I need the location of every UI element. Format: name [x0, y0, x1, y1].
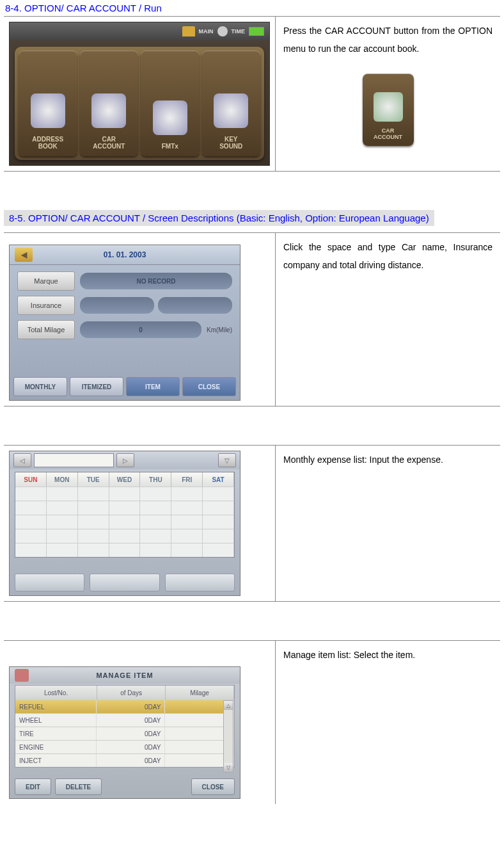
- screenshot-car-account-main: ◀ 01. 01. 2003 Marque NO RECORD Insuranc…: [4, 233, 276, 406]
- row-monthly: ◁ ▷ ▽ SUN MON TUE WED THU FRI SAT: [4, 445, 500, 602]
- col-mileage: Milage: [166, 686, 234, 700]
- screenshot-monthly: ◁ ▷ ▽ SUN MON TUE WED THU FRI SAT: [4, 446, 276, 601]
- close-button[interactable]: CLOSE: [182, 377, 236, 396]
- mileage-label: Total Milage: [17, 320, 75, 339]
- marque-label: Marque: [17, 271, 75, 291]
- scroll-down-icon[interactable]: ▽: [224, 763, 233, 772]
- manage-item-description: Manage item list: Select the item.: [276, 641, 500, 804]
- monthly-button[interactable]: MONTHLY: [13, 377, 67, 396]
- edit-button[interactable]: EDIT: [15, 778, 51, 795]
- option-menu-image: MAIN TIME ADDRESS BOOK CAR ACCOUNT FMTx …: [9, 22, 270, 166]
- run-description: Press the CAR ACCOUNT button from the OP…: [276, 17, 500, 171]
- mileage-input[interactable]: 0: [80, 321, 201, 338]
- monthly-description: Monthly expense list: Input the expense.: [276, 446, 500, 601]
- bottom-button-1[interactable]: [15, 574, 84, 591]
- key-sound-icon: [214, 93, 248, 128]
- section-title-84: 8-4. OPTION/ CAR ACCOUNT / Run: [0, 0, 504, 16]
- calendar-body[interactable]: [15, 487, 234, 557]
- titlebar: ◀ 01. 01. 2003: [10, 245, 240, 265]
- next-month-button[interactable]: ▷: [116, 453, 134, 467]
- day-thu: THU: [140, 472, 171, 487]
- day-wed: WED: [109, 472, 141, 487]
- battery-icon: [249, 27, 264, 36]
- option-buttons: ADDRESS BOOK CAR ACCOUNT FMTx KEY SOUND: [15, 47, 264, 160]
- clock-icon: [217, 26, 228, 36]
- day-mon: MON: [47, 472, 78, 487]
- insurance-input[interactable]: [80, 297, 232, 314]
- day-sun: SUN: [15, 472, 47, 487]
- row-manage-item: MANAGE ITEM Lost/No. of Days Milage REFU…: [4, 640, 500, 804]
- car-account-main-image: ◀ 01. 01. 2003 Marque NO RECORD Insuranc…: [9, 245, 240, 401]
- bottom-button-2[interactable]: [90, 574, 159, 591]
- mileage-unit: Km(Mile): [207, 326, 232, 334]
- insurance-label: Insurance: [17, 296, 75, 315]
- item-button[interactable]: ITEM: [126, 377, 180, 396]
- day-tue: TUE: [78, 472, 109, 487]
- main-description: Click the space and type Car name, Insur…: [276, 233, 500, 406]
- car-account-icon: [91, 93, 126, 128]
- car-account-icon: [374, 92, 403, 122]
- table-row[interactable]: WHEEL0DAY0: [15, 713, 234, 727]
- day-fri: FRI: [171, 472, 203, 487]
- close-button[interactable]: CLOSE: [191, 778, 235, 795]
- car-account-button[interactable]: CAR ACCOUNT: [80, 51, 139, 156]
- marque-input[interactable]: NO RECORD: [80, 273, 232, 289]
- fmtx-icon: [153, 101, 187, 135]
- calendar: SUN MON TUE WED THU FRI SAT: [15, 472, 235, 558]
- main-label: MAIN: [199, 28, 214, 35]
- manage-item-image: MANAGE ITEM Lost/No. of Days Milage REFU…: [9, 666, 240, 799]
- prev-month-button[interactable]: ◁: [13, 453, 31, 467]
- row-main-screen: ◀ 01. 01. 2003 Marque NO RECORD Insuranc…: [4, 232, 500, 406]
- fmtx-button[interactable]: FMTx: [141, 51, 200, 156]
- screenshot-manage-item: MANAGE ITEM Lost/No. of Days Milage REFU…: [4, 641, 276, 804]
- back-icon[interactable]: ◀: [15, 248, 33, 262]
- screenshot-option-menu: MAIN TIME ADDRESS BOOK CAR ACCOUNT FMTx …: [4, 17, 276, 171]
- home-icon: [182, 26, 195, 36]
- table-row[interactable]: INJECT0DAY0: [15, 753, 234, 767]
- item-table: Lost/No. of Days Milage REFUEL0DAY0 WHEE…: [15, 685, 235, 768]
- manage-item-icon: [15, 669, 29, 682]
- time-label: TIME: [232, 28, 246, 35]
- bottom-button-3[interactable]: [165, 574, 235, 591]
- col-days: of Days: [97, 686, 166, 700]
- key-sound-button[interactable]: KEY SOUND: [202, 51, 261, 156]
- col-lostno: Lost/No.: [15, 686, 97, 700]
- manage-item-header: MANAGE ITEM: [10, 667, 240, 684]
- table-row[interactable]: ENGINE0DAY0: [15, 740, 234, 753]
- mini-button-wrap: CAR ACCOUNT: [283, 74, 492, 146]
- row-run: MAIN TIME ADDRESS BOOK CAR ACCOUNT FMTx …: [4, 16, 500, 172]
- run-desc-text: Press the CAR ACCOUNT button from the OP…: [283, 26, 492, 54]
- scroll-up-icon[interactable]: △: [224, 701, 233, 710]
- delete-button[interactable]: DELETE: [55, 778, 102, 795]
- section-title-85: 8-5. OPTION/ CAR ACCOUNT / Screen Descri…: [4, 210, 434, 226]
- table-row[interactable]: REFUEL0DAY0: [15, 700, 234, 713]
- scrollbar[interactable]: △ ▽: [223, 700, 233, 773]
- topbar: MAIN TIME: [10, 22, 269, 40]
- address-book-icon: [31, 93, 65, 128]
- monthly-image: ◁ ▷ ▽ SUN MON TUE WED THU FRI SAT: [9, 451, 240, 596]
- address-book-button[interactable]: ADDRESS BOOK: [19, 51, 77, 156]
- day-sat: SAT: [203, 472, 234, 487]
- car-account-mini-button[interactable]: CAR ACCOUNT: [363, 74, 414, 146]
- itemized-button[interactable]: ITEMIZED: [70, 377, 123, 396]
- month-display: [34, 453, 114, 467]
- dropdown-button[interactable]: ▽: [218, 453, 236, 467]
- table-row[interactable]: TIRE0DAY0: [15, 727, 234, 740]
- date-display: 01. 01. 2003: [104, 250, 146, 259]
